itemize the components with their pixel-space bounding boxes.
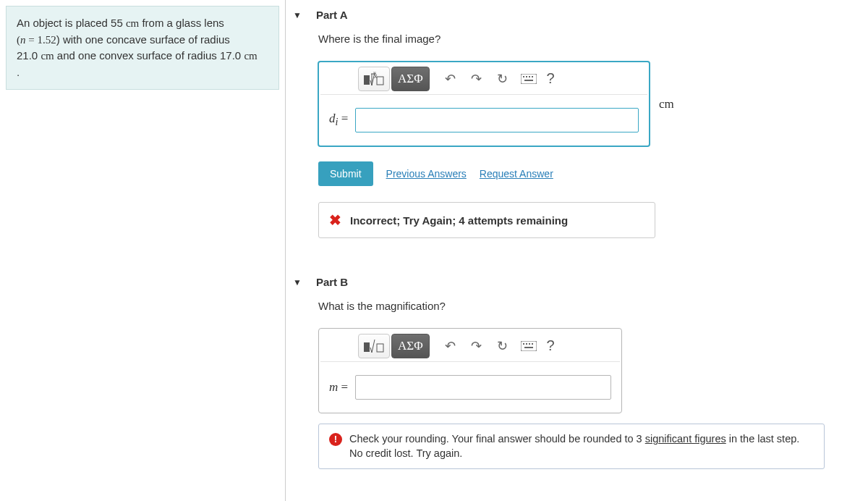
svg-rect-0 [364,75,370,85]
svg-rect-11 [377,344,383,352]
part-a-header[interactable]: ▼ Part A [286,0,868,28]
templates-button[interactable]: x □ [358,67,390,91]
unit: cm [126,17,139,29]
part-b-question: What is the magnification? [318,300,868,312]
variable-label: m = [329,380,348,395]
error-icon: ✖ [329,211,341,229]
submit-button-a[interactable]: Submit [318,161,373,186]
chevron-down-icon: ▼ [293,277,302,287]
part-b-header[interactable]: ▼ Part B [286,267,868,295]
svg-rect-9 [524,80,533,81]
unit: cm [41,50,54,62]
problem-text: from a glass lens [139,17,224,29]
n-value: = 1.52 [26,34,56,46]
reset-icon[interactable]: ↻ [490,338,515,354]
keyboard-icon[interactable] [516,74,541,84]
svg-rect-17 [524,347,533,348]
period: . [17,66,20,78]
request-answer-link[interactable]: Request Answer [480,168,553,180]
variable-label: di = [329,111,348,128]
answer-box-b: ΑΣΦ ↶ ↷ ↻ ? m = [318,328,622,413]
n-equals: n [20,34,26,46]
svg-rect-7 [529,76,530,77]
part-a: ▼ Part A Where is the final image? x □ [286,0,868,238]
chevron-down-icon: ▼ [293,10,302,20]
answer-input-b[interactable] [355,375,611,400]
undo-icon[interactable]: ↶ [438,338,463,354]
svg-rect-13 [523,343,524,345]
greek-button[interactable]: ΑΣΦ [391,67,430,91]
warning-icon: ! [329,433,342,446]
problem-text: An object is placed 55 [17,17,126,29]
toolbar-a: x □ ΑΣΦ ↶ ↷ ↻ [320,63,647,95]
svg-rect-4 [521,74,537,84]
redo-icon[interactable]: ↷ [464,338,489,354]
reset-icon[interactable]: ↻ [490,71,515,87]
toolbar-b: ΑΣΦ ↶ ↷ ↻ ? [320,330,620,362]
svg-rect-15 [529,343,530,345]
sig-figures-link[interactable]: significant figures [645,433,726,445]
templates-button[interactable] [358,334,390,358]
feedback-text: Incorrect; Try Again; 4 attempts remaini… [350,214,568,227]
hint-button[interactable]: ? [542,337,559,354]
svg-rect-3 [377,77,383,85]
svg-rect-16 [532,343,533,345]
keyboard-icon[interactable] [516,341,541,351]
part-a-question: Where is the final image? [318,33,868,45]
hint-button[interactable]: ? [542,70,559,87]
problem-statement: An object is placed 55 cm from a glass l… [6,6,279,90]
svg-rect-5 [523,76,524,77]
part-a-title: Part A [316,9,348,21]
unit-label: cm [659,97,674,111]
answer-input-a[interactable] [355,108,639,132]
problem-text: and one convex surface of radius 17.0 [54,49,244,62]
part-b-title: Part B [316,276,348,288]
unit: cm [244,50,257,62]
previous-answers-link[interactable]: Previous Answers [386,168,467,180]
templates-icon: x □ [363,71,385,87]
svg-rect-10 [364,342,370,352]
svg-rect-12 [521,341,537,351]
svg-rect-8 [532,76,533,77]
feedback-text: Check your rounding. Your final answer s… [349,431,814,461]
part-b: ▼ Part B What is the magnification? [286,267,868,469]
svg-rect-6 [526,76,527,77]
feedback-b: ! Check your rounding. Your final answer… [318,424,825,469]
svg-rect-14 [526,343,527,345]
problem-text: 21.0 [17,49,41,62]
feedback-a: ✖ Incorrect; Try Again; 4 attempts remai… [318,202,655,238]
redo-icon[interactable]: ↷ [464,71,489,87]
answer-box-a: x □ ΑΣΦ ↶ ↷ ↻ [318,61,650,147]
problem-text: ) with one concave surface of radius [56,33,230,46]
greek-button[interactable]: ΑΣΦ [391,334,430,358]
undo-icon[interactable]: ↶ [438,71,463,87]
templates-icon [363,338,385,354]
